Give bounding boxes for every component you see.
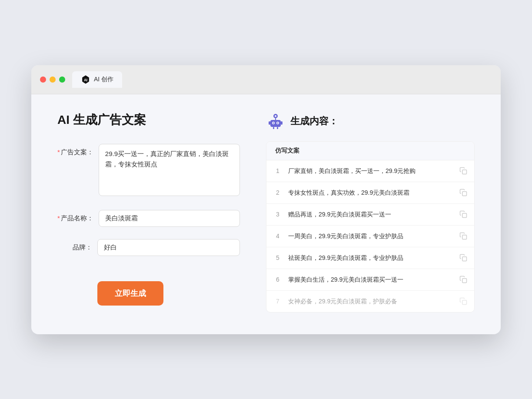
brand-input-wrapper (97, 239, 240, 256)
titlebar: AI AI 创作 (31, 65, 501, 94)
ad-copy-label: *广告文案： (57, 144, 93, 156)
ad-copy-input-wrapper: 29.9买一送一，真正的厂家直销，美白淡斑霜，专抹女性斑点 (99, 144, 240, 198)
ai-tab-icon: AI (81, 75, 90, 84)
result-item-number: 3 (273, 211, 282, 218)
svg-rect-16 (462, 213, 467, 218)
result-item-text: 厂家直销，美白淡斑霜，买一送一，29.9元抢购 (288, 166, 453, 176)
result-item-text: 女神必备，29.9元美白淡斑霜，护肤必备 (288, 297, 453, 306)
copy-button[interactable] (459, 276, 467, 283)
svg-rect-10 (277, 127, 278, 129)
result-table-header: 仿写文案 (266, 142, 474, 160)
result-item: 7女神必备，29.9元美白淡斑霜，护肤必备 (266, 291, 474, 312)
copy-button[interactable] (459, 210, 467, 218)
svg-point-7 (273, 122, 274, 123)
result-item: 2专抹女性斑点，真实功效，29.9元美白淡斑霜 (266, 182, 474, 204)
result-table: 仿写文案 1厂家直销，美白淡斑霜，买一送一，29.9元抢购 2专抹女性斑点，真实… (266, 141, 475, 313)
copy-button[interactable] (459, 189, 467, 196)
ad-copy-field: *广告文案： 29.9买一送一，真正的厂家直销，美白淡斑霜，专抹女性斑点 (57, 144, 240, 198)
result-item-text: 掌握美白生活，29.9元美白淡斑霜买一送一 (288, 275, 453, 284)
tab-label: AI 创作 (94, 76, 113, 83)
result-item: 5祛斑美白，29.9元美白淡斑霜，专业护肤品 (266, 247, 474, 269)
result-title: 生成内容： (290, 115, 338, 128)
brand-input[interactable] (97, 239, 240, 256)
right-panel: 生成内容： 仿写文案 1厂家直销，美白淡斑霜，买一送一，29.9元抢购 2专抹女… (266, 112, 475, 313)
left-panel: AI 生成广告文案 *广告文案： 29.9买一送一，真正的厂家直销，美白淡斑霜，… (57, 112, 240, 313)
svg-rect-19 (462, 279, 467, 283)
result-item-number: 1 (273, 167, 282, 174)
maximize-button[interactable] (59, 76, 65, 83)
result-item: 1厂家直销，美白淡斑霜，买一送一，29.9元抢购 (266, 160, 474, 182)
svg-text:AI: AI (84, 78, 87, 82)
result-item-number: 2 (273, 189, 282, 196)
svg-rect-20 (462, 300, 467, 305)
product-name-input-wrapper (99, 210, 240, 227)
result-item: 6掌握美白生活，29.9元美白淡斑霜买一送一 (266, 269, 474, 291)
result-item-number: 5 (273, 254, 282, 261)
brand-field: 品牌： (57, 239, 240, 256)
copy-button[interactable] (459, 167, 467, 175)
product-name-label: *产品名称： (57, 210, 93, 223)
svg-rect-4 (270, 120, 281, 127)
svg-rect-15 (462, 192, 467, 196)
copy-button[interactable] (459, 232, 467, 240)
ad-copy-input[interactable]: 29.9买一送一，真正的厂家直销，美白淡斑霜，专抹女性斑点 (99, 144, 240, 196)
svg-rect-9 (273, 127, 274, 129)
browser-content: AI 生成广告文案 *广告文案： 29.9买一送一，真正的厂家直销，美白淡斑霜，… (31, 94, 501, 334)
close-button[interactable] (40, 76, 46, 83)
product-name-field: *产品名称： (57, 210, 240, 227)
browser-window: AI AI 创作 AI 生成广告文案 *广告文案： 29.9买一送一，真正的厂家… (31, 65, 501, 334)
traffic-lights (40, 76, 65, 83)
result-item-text: 一周美白，29.9元美白淡斑霜，专业护肤品 (288, 232, 453, 241)
copy-button[interactable] (459, 254, 467, 262)
product-name-input[interactable] (99, 210, 240, 227)
brand-label: 品牌： (57, 239, 92, 252)
required-star-1: * (57, 148, 60, 156)
svg-point-13 (275, 115, 276, 117)
result-item-text: 专抹女性斑点，真实功效，29.9元美白淡斑霜 (288, 188, 453, 197)
svg-point-8 (277, 122, 279, 123)
copy-button[interactable] (459, 297, 467, 305)
svg-rect-18 (462, 257, 467, 261)
robot-icon (266, 112, 285, 131)
svg-rect-17 (462, 235, 467, 239)
result-item: 4一周美白，29.9元美白淡斑霜，专业护肤品 (266, 226, 474, 247)
result-list: 1厂家直销，美白淡斑霜，买一送一，29.9元抢购 2专抹女性斑点，真实功效，29… (266, 160, 474, 312)
result-item-number: 6 (273, 276, 282, 283)
generate-button[interactable]: 立即生成 (97, 281, 163, 306)
result-item-text: 赠品再送，29.9元美白淡斑霜买一送一 (288, 210, 453, 219)
result-item: 3赠品再送，29.9元美白淡斑霜买一送一 (266, 204, 474, 226)
minimize-button[interactable] (50, 76, 56, 83)
tab-ai-creation[interactable]: AI AI 创作 (72, 71, 122, 88)
svg-rect-14 (462, 170, 467, 174)
page-title: AI 生成广告文案 (57, 112, 240, 128)
result-item-number: 4 (273, 233, 282, 239)
result-item-text: 祛斑美白，29.9元美白淡斑霜，专业护肤品 (288, 253, 453, 263)
svg-rect-12 (281, 121, 283, 125)
svg-rect-11 (269, 121, 270, 125)
required-star-2: * (57, 214, 60, 222)
result-header: 生成内容： (266, 112, 475, 131)
result-item-number: 7 (273, 298, 282, 305)
